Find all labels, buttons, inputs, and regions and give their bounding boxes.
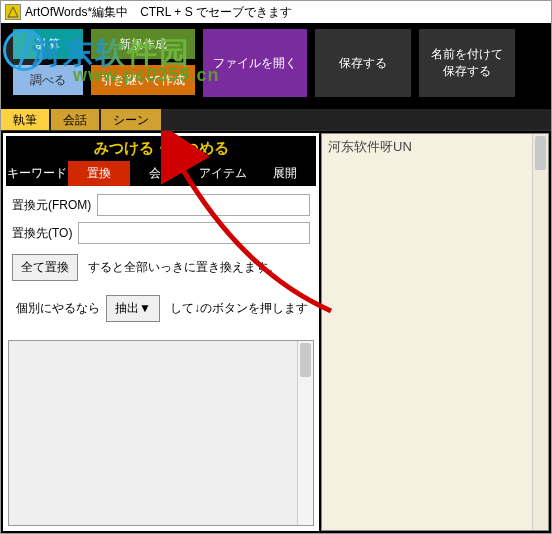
window-title: ArtOfWords*編集中 CTRL + S でセーブできます xyxy=(25,4,292,21)
results-scrollbar[interactable] xyxy=(297,341,313,525)
extract-button[interactable]: 抽出▼ xyxy=(106,295,160,322)
right-panel[interactable]: 河东软件呀UN xyxy=(321,133,549,531)
tab-writing[interactable]: 執筆 xyxy=(1,109,49,130)
from-label: 置換元(FROM) xyxy=(12,197,91,214)
main-tabs: 執筆 会話 シーン xyxy=(1,109,551,131)
save-button[interactable]: 保存する xyxy=(315,29,411,97)
right-panel-text: 河东软件呀UN xyxy=(328,139,412,154)
subtab-replace[interactable]: 置換 xyxy=(68,161,130,186)
subtab-item[interactable]: アイテム xyxy=(192,161,254,186)
individual-label: 個別にやるなら xyxy=(12,300,100,317)
sub-tabs: キーワード 置換 会話 アイテム 展開 xyxy=(6,161,316,186)
inherit-button[interactable]: 引き継いで作成 xyxy=(91,65,195,95)
from-input[interactable] xyxy=(97,194,310,216)
toolbar: 計算 調べる 新規作成 引き継いで作成 ファイルを開く 保存する 名前を付けて保… xyxy=(1,23,551,109)
hint-replace-all: すると全部いっきに置き換えます。 xyxy=(84,259,280,276)
tab-conversation[interactable]: 会話 xyxy=(51,109,99,130)
subtab-expand[interactable]: 展開 xyxy=(254,161,316,186)
results-box[interactable] xyxy=(8,340,314,526)
right-scrollbar[interactable] xyxy=(532,134,548,530)
title-bar: ArtOfWords*編集中 CTRL + S でセーブできます xyxy=(1,1,551,23)
tab-scene[interactable]: シーン xyxy=(101,109,161,130)
subtab-conversation[interactable]: 会話 xyxy=(130,161,192,186)
new-button[interactable]: 新規作成 xyxy=(91,29,195,59)
to-label: 置換先(TO) xyxy=(12,225,72,242)
left-panel: みつける・あつめる キーワード 置換 会話 アイテム 展開 置換元(FROM) … xyxy=(3,133,319,531)
calc-button[interactable]: 計算 xyxy=(13,29,83,59)
panel-title: みつける・あつめる xyxy=(6,136,316,161)
open-file-button[interactable]: ファイルを開く xyxy=(203,29,307,97)
save-as-button[interactable]: 名前を付けて保存する xyxy=(419,29,515,97)
hint-extract: して↓のボタンを押します xyxy=(166,300,308,317)
app-icon xyxy=(5,4,21,20)
to-input[interactable] xyxy=(78,222,310,244)
replace-all-button[interactable]: 全て置換 xyxy=(12,254,78,281)
investigate-button[interactable]: 調べる xyxy=(13,65,83,95)
subtab-keyword[interactable]: キーワード xyxy=(6,161,68,186)
